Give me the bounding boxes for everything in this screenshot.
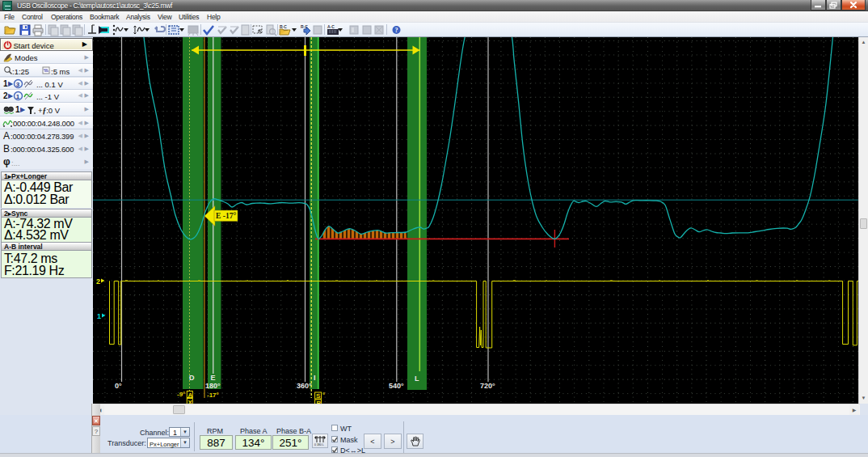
svg-text:0 180 L: 0 180 L [314, 443, 324, 446]
svg-text:E -17°: E -17° [216, 212, 236, 220]
svg-text:°: ° [322, 391, 325, 399]
svg-text:180°: 180° [205, 382, 221, 390]
svg-text:0°: 0° [115, 382, 122, 390]
svg-text:360°: 360° [297, 382, 312, 390]
svg-text:?: ? [395, 27, 398, 34]
svg-text:2: 2 [96, 277, 100, 286]
svg-text:A·C: A·C [327, 24, 335, 29]
svg-text:D: D [189, 374, 195, 382]
svg-text:1: 1 [97, 312, 101, 320]
svg-text:1: 1 [16, 93, 20, 100]
svg-text:-9°: -9° [177, 391, 185, 398]
svg-text:E: E [211, 374, 216, 382]
svg-text:A: A [188, 391, 193, 399]
svg-text:540°: 540° [389, 382, 404, 390]
svg-text:3: 3 [16, 81, 20, 88]
svg-text:R·C: R·C [280, 24, 287, 29]
svg-text:L: L [415, 374, 419, 383]
svg-text:I: I [314, 374, 316, 382]
svg-text:720°: 720° [480, 382, 495, 390]
svg-text:-17°: -17° [207, 391, 219, 399]
